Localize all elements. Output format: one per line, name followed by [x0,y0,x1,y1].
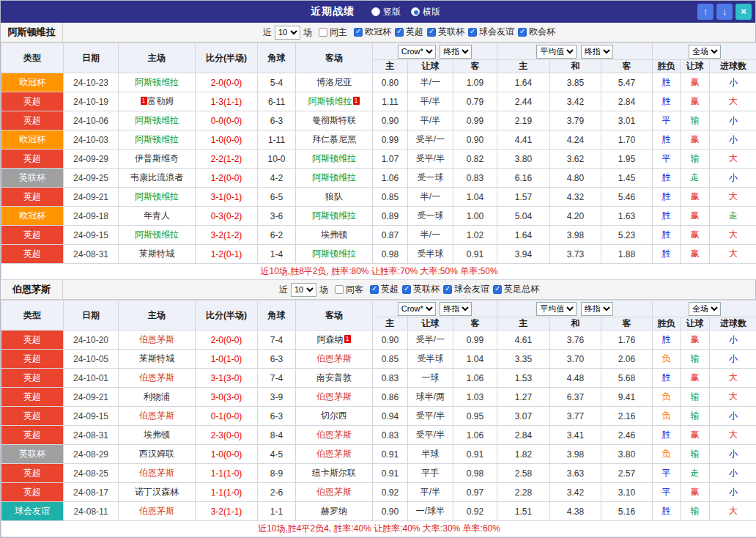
league-filter-checkbox[interactable]: 英联杯 [402,283,440,295]
league-badge: 英超 [1,245,64,264]
league-badge: 英超 [1,331,64,350]
ah-away-odds: 0.91 [453,245,497,264]
score: 0-1(0-0) [196,407,258,426]
score: 0-3(0-2) [196,207,258,226]
checkbox-checked-icon[interactable] [354,28,363,37]
col-header-ah-away: 客 [453,60,497,73]
col-header-ah-away: 客 [453,317,497,331]
move-down-button[interactable]: ↓ [716,4,733,20]
match-date: 24-08-31 [64,426,119,445]
checkbox-checked-icon[interactable] [427,28,436,37]
checkbox-unchecked-icon[interactable] [335,285,344,294]
checkbox-checked-icon[interactable] [395,28,404,37]
match-date: 24-09-21 [64,388,119,407]
league-filter-checkbox[interactable]: 球会友谊 [468,26,514,38]
checkbox-checked-icon[interactable] [402,285,411,294]
radio-vertical-layout[interactable]: 竖版 [371,6,401,18]
checkbox-checked-icon[interactable] [443,285,452,294]
euro-home-odds: 3.07 [497,407,550,426]
league-badge: 英联杯 [1,445,64,464]
away-team: 曼彻斯特联 [296,111,373,130]
checkbox-unchecked-icon[interactable] [319,28,327,37]
league-filter-checkbox[interactable]: 英超 [395,26,423,38]
result-outcome: 平 [653,464,681,483]
away-team-name: 纽卡斯尔联 [312,468,356,478]
result-outcome: 负 [653,407,681,426]
checkbox-checked-icon[interactable] [468,28,477,37]
result-handicap: 赢 [681,369,710,388]
euro-final-select[interactable]: 终指 [581,302,613,316]
score: 1-0(0-0) [196,130,258,150]
league-filter-checkbox[interactable]: 欧冠杯 [354,26,391,38]
corners: 8-9 [258,464,296,483]
away-team-name: 阿斯顿维拉 [312,172,356,183]
checkbox-checked-icon[interactable] [493,285,502,294]
league-badge: 英超 [1,464,64,483]
score: 3-0(3-0) [196,388,258,407]
scope-select[interactable]: 全场 [689,45,721,59]
euro-draw-odds: 4.80 [550,169,601,188]
home-team: 伯恩茅斯 [119,369,196,388]
ah-line: 平手 [408,464,453,483]
move-up-button[interactable]: ↑ [697,4,714,20]
score: 1-3(1-1) [196,92,258,111]
asian-final-select[interactable]: 终指 [440,302,472,316]
average-select[interactable]: 平均值 [536,45,577,59]
euro-home-odds: 4.61 [497,331,550,350]
score: 1-0(0-0) [196,445,258,464]
team-name: 阿斯顿维拉 [1,23,63,42]
ah-line: 受半/一 [408,130,453,150]
bookmaker-select[interactable]: Crow* [398,302,436,316]
recent-results-widget: 近期战绩 竖版 横版 ↑ ↓ × 阿斯顿维拉 近 10 场 同主 [0,0,756,538]
result-handicap: 赢 [681,331,710,350]
ah-home-odds: 0.99 [373,130,408,150]
checkbox-checked-icon[interactable] [370,285,379,294]
red-card-badge: 1 [141,97,147,105]
match-date: 24-09-25 [64,169,119,188]
euro-away-odds: 5.46 [601,188,653,207]
corners: 7-4 [258,331,296,350]
result-outcome: 平 [653,111,681,130]
ah-line: 受一球 [408,207,453,226]
recent-count-select[interactable]: 10 [275,26,300,40]
close-button[interactable]: × [735,4,752,20]
radio-horizontal-layout[interactable]: 横版 [411,6,440,18]
league-filter-checkbox[interactable]: 欧会杯 [518,26,555,38]
ah-away-odds: 0.91 [453,445,497,464]
league-filter-checkbox[interactable]: 英超 [370,283,399,295]
match-row: 欧冠杯24-10-03阿斯顿维拉1-0(0-0)1-11拜仁慕尼黑0.99受半/… [1,130,756,150]
result-goals: 小 [710,130,756,150]
radio-icon[interactable] [411,7,420,16]
match-date: 24-10-06 [64,111,119,130]
score: 3-2(1-2) [196,226,258,245]
result-handicap: 赢 [681,130,710,150]
ah-line: 受平/半 [408,407,453,426]
league-filter-checkbox[interactable]: 英联杯 [427,26,464,38]
record-summary: 近10场,胜4平2负4, 胜率:40% 让胜率:40% 大率:30% 单率:60… [1,521,756,537]
euro-final-select[interactable]: 终指 [581,45,613,59]
col-header-away: 客场 [296,43,373,73]
league-filter-checkbox[interactable]: 英足总杯 [493,283,539,295]
away-team-name: 伯恩茅斯 [316,353,352,364]
asian-final-select[interactable]: 终指 [440,45,472,59]
euro-home-odds: 2.19 [497,111,550,130]
col-header-ah-line: 让球 [408,317,453,331]
league-filter-checkbox[interactable]: 球会友谊 [443,283,489,295]
radio-icon[interactable] [371,7,380,16]
same-venue-checkbox[interactable]: 同主 [319,26,347,39]
asian-odds-controls: Crow* 终指 [373,43,497,60]
match-row: 英超24-10-01伯恩茅斯3-1(3-0)7-4南安普敦0.83一球1.061… [1,369,756,388]
team-name: 伯恩茅斯 [1,280,63,299]
euro-away-odds: 2.57 [601,464,653,483]
home-team-name: 埃弗顿 [144,430,170,440]
average-select[interactable]: 平均值 [536,302,577,316]
same-venue-checkbox[interactable]: 同客 [335,284,363,296]
scope-select[interactable]: 全场 [689,302,721,316]
league-filter-label: 英超 [406,26,423,38]
recent-count-select[interactable]: 10 [291,283,316,297]
bookmaker-select[interactable]: Crow* [398,45,436,59]
result-handicap: 输 [681,111,710,130]
league-filters: 英超英联杯球会友谊英足总杯 [366,283,539,296]
checkbox-checked-icon[interactable] [518,28,527,37]
section-aston-villa: 阿斯顿维拉 近 10 场 同主 欧冠杯英超英联杯球会友谊欧会杯 类型 日期 [1,23,755,280]
